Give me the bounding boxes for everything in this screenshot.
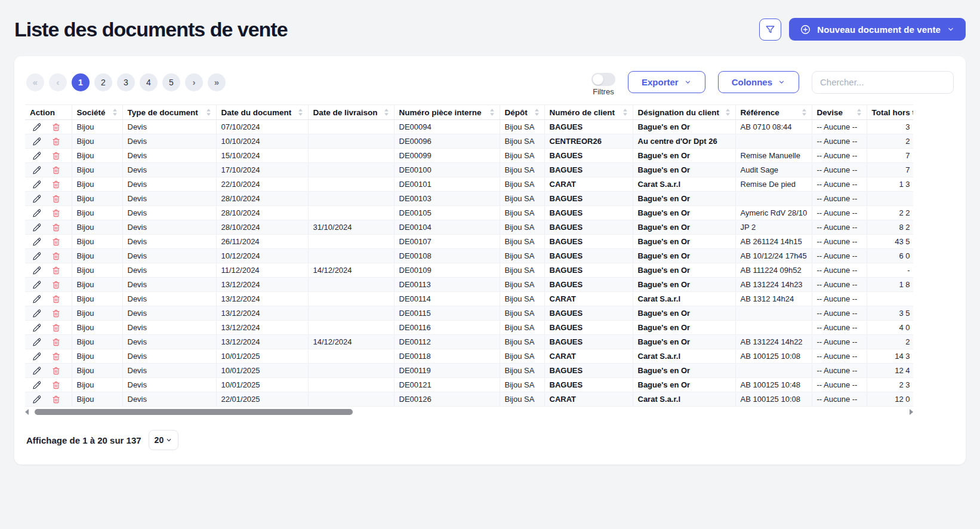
pagination-page-2[interactable]: 2 [94, 73, 112, 91]
sort-icon[interactable] [856, 108, 862, 116]
delete-row-button[interactable] [51, 337, 61, 347]
edit-row-button[interactable] [32, 194, 42, 204]
sort-icon[interactable] [725, 108, 731, 116]
table-header-row: ActionSociétéType de documentDate du doc… [25, 105, 913, 120]
delete-row-button[interactable] [51, 223, 61, 232]
edit-row-button[interactable] [32, 180, 42, 189]
column-header-devise[interactable]: Devise [812, 105, 867, 120]
cell-devise: -- Aucune -- [812, 192, 867, 206]
row-actions [32, 352, 72, 361]
table-row: BijouDevis10/12/2024DE00108Bijou SABAGUE… [25, 249, 913, 263]
cell-numero-de-client: CARAT [544, 177, 633, 192]
export-button[interactable]: Exporter [628, 71, 705, 93]
column-header-date-du-document[interactable]: Date du document [216, 105, 308, 120]
scroll-left-arrow-icon[interactable] [25, 409, 29, 415]
search-input[interactable] [812, 71, 954, 94]
filter-button[interactable] [759, 19, 781, 41]
pagination-page-1[interactable]: 1 [72, 73, 90, 91]
page-size-select[interactable]: 20 [149, 430, 179, 450]
delete-row-button[interactable] [51, 251, 61, 261]
cell-type-de-document: Devis [122, 235, 216, 249]
edit-row-button[interactable] [32, 208, 42, 218]
sort-icon[interactable] [298, 108, 303, 116]
sort-icon[interactable] [489, 108, 495, 116]
edit-row-button[interactable] [32, 280, 42, 290]
edit-row-button[interactable] [32, 251, 42, 261]
cell-designation-du-client: Bague's en Or [633, 235, 735, 249]
column-header-designation-du-client[interactable]: Désignation du client [633, 105, 735, 120]
sort-icon[interactable] [802, 108, 807, 116]
edit-row-button[interactable] [32, 395, 42, 404]
pagination-first[interactable]: « [26, 73, 44, 91]
pagination-last[interactable]: » [208, 73, 226, 91]
delete-row-button[interactable] [51, 165, 61, 175]
columns-button[interactable]: Colonnes [718, 71, 799, 93]
scroll-right-arrow-icon[interactable] [910, 409, 913, 415]
edit-row-button[interactable] [32, 223, 42, 232]
delete-row-button[interactable] [51, 309, 61, 318]
delete-row-button[interactable] [51, 137, 61, 146]
delete-row-button[interactable] [51, 194, 61, 204]
pagination-page-3[interactable]: 3 [117, 73, 135, 91]
edit-row-button[interactable] [32, 294, 42, 304]
chevron-down-icon [684, 78, 692, 86]
scrollbar-track[interactable] [30, 409, 908, 415]
edit-row-button[interactable] [32, 165, 42, 175]
table-row: BijouDevis13/12/2024DE00113Bijou SABAGUE… [25, 278, 913, 292]
edit-row-button[interactable] [32, 137, 42, 146]
row-actions [32, 266, 72, 275]
cell-date-du-document: 10/01/2025 [216, 378, 308, 392]
cell-date-du-document: 22/01/2025 [216, 392, 308, 407]
sort-icon[interactable] [622, 108, 628, 116]
delete-row-button[interactable] [51, 380, 61, 390]
delete-row-button[interactable] [51, 352, 61, 361]
column-header-date-de-livraison[interactable]: Date de livraison [308, 105, 394, 120]
column-header-numero-de-client[interactable]: Numéro de client [544, 105, 633, 120]
delete-row-button[interactable] [51, 280, 61, 290]
delete-row-button[interactable] [51, 366, 61, 376]
sort-icon[interactable] [112, 108, 118, 116]
pagination-page-5[interactable]: 5 [162, 73, 180, 91]
cell-action [25, 249, 72, 263]
sort-icon[interactable] [206, 108, 211, 116]
delete-row-button[interactable] [51, 237, 61, 247]
edit-row-button[interactable] [32, 380, 42, 390]
column-header-numero-piece-interne[interactable]: Numéro pièce interne [394, 105, 500, 120]
delete-row-button[interactable] [51, 122, 61, 132]
column-header-reference[interactable]: Référence [735, 105, 812, 120]
column-header-depot[interactable]: Dépôt [500, 105, 544, 120]
filters-toggle[interactable] [591, 73, 615, 86]
edit-row-button[interactable] [32, 337, 42, 347]
pagination-prev[interactable]: ‹ [49, 73, 67, 91]
edit-row-button[interactable] [32, 237, 42, 247]
delete-row-button[interactable] [51, 294, 61, 304]
pagination-page-4[interactable]: 4 [140, 73, 158, 91]
cell-date-du-document: 15/10/2024 [216, 149, 308, 163]
edit-row-button[interactable] [32, 352, 42, 361]
scrollbar-thumb[interactable] [35, 409, 353, 415]
delete-row-button[interactable] [51, 323, 61, 333]
edit-row-button[interactable] [32, 151, 42, 161]
edit-row-button[interactable] [32, 366, 42, 376]
row-actions [32, 323, 72, 333]
edit-row-button[interactable] [32, 122, 42, 132]
edit-row-button[interactable] [32, 309, 42, 318]
edit-row-button[interactable] [32, 266, 42, 275]
new-document-button[interactable]: Nouveau document de vente [789, 18, 966, 41]
column-header-societe[interactable]: Société [72, 105, 122, 120]
edit-row-button[interactable] [32, 323, 42, 333]
pencil-icon [32, 165, 42, 175]
delete-row-button[interactable] [51, 180, 61, 189]
table-row: BijouDevis10/01/2025DE00118Bijou SACARAT… [25, 349, 913, 364]
cell-numero-de-client: BAGUES [544, 235, 633, 249]
column-header-total-hors-taxe[interactable]: Total hors taxe [867, 105, 913, 120]
sort-icon[interactable] [384, 108, 389, 116]
cell-societe: Bijou [72, 249, 122, 263]
delete-row-button[interactable] [51, 151, 61, 161]
delete-row-button[interactable] [51, 395, 61, 404]
delete-row-button[interactable] [51, 208, 61, 218]
delete-row-button[interactable] [51, 266, 61, 275]
pagination-next[interactable]: › [185, 73, 203, 91]
column-header-type-de-document[interactable]: Type de document [122, 105, 216, 120]
sort-icon[interactable] [534, 108, 540, 116]
